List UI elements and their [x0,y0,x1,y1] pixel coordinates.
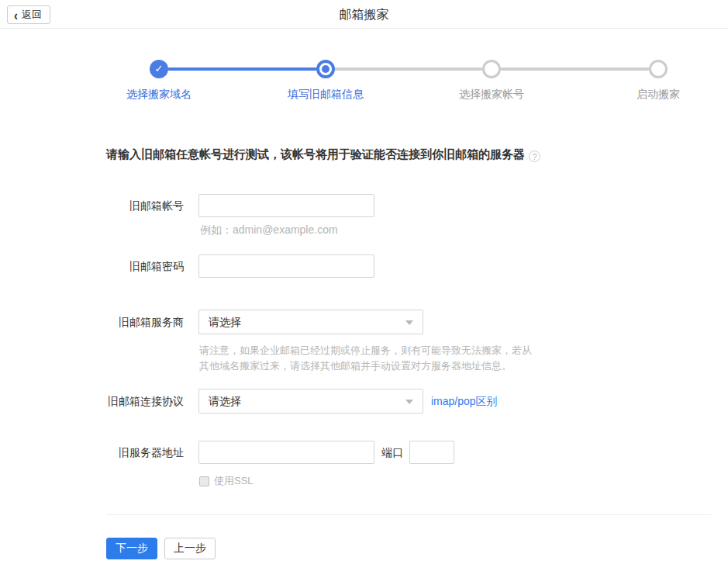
chevron-down-icon [405,320,413,325]
old-password-input[interactable] [198,254,374,278]
step-connector-1-2 [167,67,317,71]
provider-note-line-1: 请注意，如果企业邮箱已经过期或停止服务，则有可能导致无法搬家，若从 [199,344,532,358]
step-2-dot-icon [322,65,329,73]
ssl-option-row: 使用SSL [199,474,254,488]
step-3-pending-indicator [482,60,501,78]
old-account-example-hint: 例如：admin@example.com [200,223,338,237]
help-icon[interactable]: ? [529,151,540,162]
step-connector-2-3 [334,67,483,71]
provider-select[interactable]: 请选择 [198,310,423,334]
old-account-label: 旧邮箱帐号 [47,194,184,217]
step-1-completed-check-icon: ✓ [150,60,168,78]
port-label: 端口 [381,441,403,464]
previous-step-button[interactable]: 上一步 [164,538,216,559]
provider-note-line-2: 其他域名搬家过来，请选择其他邮箱并手动设置对方服务器地址信息。 [199,359,512,373]
protocol-selected-value: 请选择 [209,395,241,407]
instruction-text: 请输入旧邮箱任意帐号进行测试，该帐号将用于验证能否连接到你旧邮箱的服务器 [106,147,525,161]
step-2-label: 填写旧邮箱信息 [288,88,364,102]
step-2-current-indicator [316,60,335,78]
port-input[interactable] [409,441,454,464]
step-3-label: 选择搬家帐号 [459,88,524,102]
footer-divider [106,514,711,515]
protocol-select[interactable]: 请选择 [198,389,423,414]
step-4-label: 启动搬家 [637,88,680,102]
provider-label: 旧邮箱服务商 [47,310,184,334]
next-step-button[interactable]: 下一步 [106,538,157,559]
server-address-label: 旧服务器地址 [47,441,184,464]
step-4-pending-indicator [649,60,668,78]
server-address-input[interactable] [198,441,374,464]
chevron-down-icon [405,400,413,404]
ssl-checkbox-label: 使用SSL [214,474,254,488]
step-connector-3-4 [500,67,650,71]
old-account-input[interactable] [198,194,374,217]
top-bar: ‹ 返回 邮箱搬家 [0,0,728,29]
old-password-label: 旧邮箱密码 [47,254,184,278]
page-title: 邮箱搬家 [0,7,728,23]
step-1-label: 选择搬家域名 [126,88,191,102]
ssl-checkbox[interactable] [199,476,209,486]
form-instruction: 请输入旧邮箱任意帐号进行测试，该帐号将用于验证能否连接到你旧邮箱的服务器? [106,147,540,162]
provider-selected-value: 请选择 [209,316,241,328]
protocol-label: 旧邮箱连接协议 [47,389,184,413]
imap-pop-difference-link[interactable]: imap/pop区别 [431,395,498,409]
